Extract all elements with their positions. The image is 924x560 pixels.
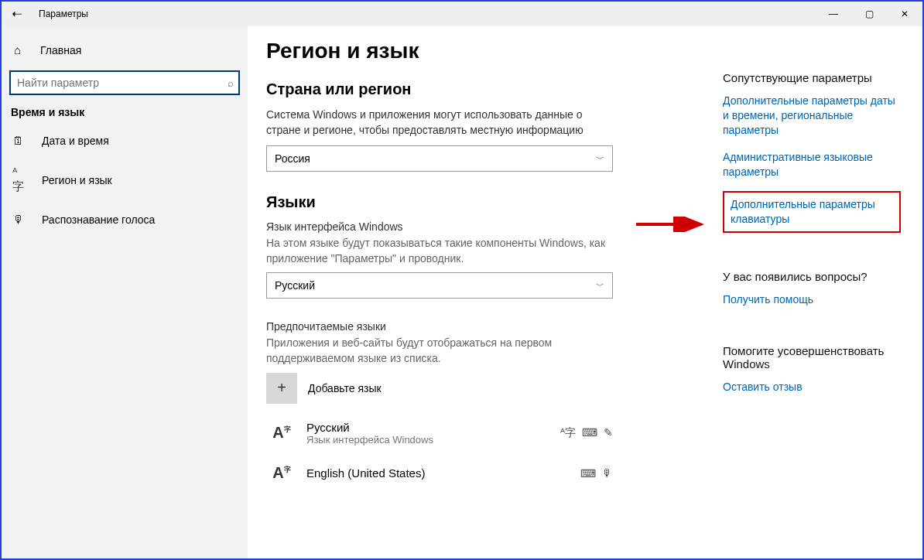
language-glyph-icon: A字 <box>266 418 297 449</box>
close-button[interactable]: ✕ <box>887 2 922 26</box>
chevron-down-icon: ﹀ <box>596 153 604 165</box>
language-feature-icons: ⌨ 🎙 <box>580 467 613 480</box>
language-item-russian[interactable]: A字 Русский Язык интерфейса Windows ᴬ字 ⌨ … <box>266 418 613 449</box>
back-button[interactable]: 🠐 <box>2 2 33 26</box>
add-language-button[interactable]: + <box>266 373 297 404</box>
add-language-label: Добавьте язык <box>308 382 382 394</box>
home-label: Главная <box>40 44 81 56</box>
country-dropdown[interactable]: Россия ﹀ <box>266 145 613 172</box>
handwriting-icon: ✎ <box>604 426 613 440</box>
keyboard-icon: ⌨ <box>582 426 597 440</box>
display-language-desc: На этом языке будут показываться такие к… <box>266 236 613 266</box>
language-name: English (United States) <box>306 466 580 480</box>
language-item-english-us[interactable]: A字 English (United States) ⌨ 🎙 <box>266 458 613 489</box>
region-heading: Страна или регион <box>266 80 700 98</box>
search-box[interactable]: ⌕ <box>9 70 240 95</box>
link-get-help[interactable]: Получить помощь <box>723 292 901 307</box>
preferred-languages-label: Предпочитаемые языки <box>266 320 700 333</box>
page-title: Регион и язык <box>266 39 700 63</box>
sidebar-item-region-language[interactable]: ᴬ字 Регион и язык <box>2 156 248 203</box>
improve-heading: Помогите усовершенствовать Windows <box>723 344 904 370</box>
sidebar-item-label: Распознавание голоса <box>42 213 155 226</box>
maximize-button[interactable]: ▢ <box>851 2 887 26</box>
window-title: Параметры <box>33 9 88 19</box>
keyboard-icon: ⌨ <box>580 467 596 480</box>
sidebar-item-label: Дата и время <box>42 135 109 147</box>
link-admin-language[interactable]: Административные языковые параметры <box>723 150 901 179</box>
language-glyph-icon: A字 <box>266 458 297 489</box>
calendar-icon: 🗓 <box>12 134 26 147</box>
sidebar-item-date-time[interactable]: 🗓 Дата и время <box>2 125 248 156</box>
display-language-value: Русский <box>275 279 315 292</box>
questions-heading: У вас появились вопросы? <box>723 270 904 283</box>
link-feedback[interactable]: Оставить отзыв <box>723 380 901 394</box>
language-subtitle: Язык интерфейса Windows <box>306 434 560 446</box>
display-language-icon: ᴬ字 <box>560 426 576 440</box>
link-keyboard-advanced[interactable]: Дополнительные параметры клавиатуры <box>723 191 901 233</box>
search-icon: ⌕ <box>228 77 234 89</box>
home-icon: ⌂ <box>14 43 26 56</box>
preferred-languages-desc: Приложения и веб-сайты будут отображатьс… <box>266 336 613 366</box>
sidebar: ⌂ Главная ⌕ Время и язык 🗓 Дата и время … <box>2 26 248 558</box>
language-icon: ᴬ字 <box>12 166 26 194</box>
country-value: Россия <box>275 152 310 165</box>
right-column: Сопутствующие параметры Дополнительные п… <box>700 39 904 558</box>
microphone-icon: 🎙 <box>12 213 26 226</box>
language-name: Русский <box>306 421 560 434</box>
display-language-dropdown[interactable]: Русский ﹀ <box>266 272 613 299</box>
home-nav[interactable]: ⌂ Главная <box>2 36 248 64</box>
related-settings-heading: Сопутствующие параметры <box>723 71 904 84</box>
window-controls: — ▢ ✕ <box>816 2 922 26</box>
link-datetime-regional[interactable]: Дополнительные параметры даты и времени,… <box>723 94 901 138</box>
region-description: Система Windows и приложения могут испол… <box>266 108 613 138</box>
titlebar: 🠐 Параметры — ▢ ✕ <box>2 2 922 26</box>
language-feature-icons: ᴬ字 ⌨ ✎ <box>560 426 613 440</box>
search-input[interactable] <box>17 77 228 89</box>
chevron-down-icon: ﹀ <box>596 280 604 292</box>
display-language-label: Язык интерфейса Windows <box>266 220 700 233</box>
section-heading: Время и язык <box>2 106 248 125</box>
minimize-button[interactable]: — <box>816 2 851 26</box>
add-language-row[interactable]: + Добавьте язык <box>266 373 700 404</box>
speech-icon: 🎙 <box>602 467 613 480</box>
main-column: Регион и язык Страна или регион Система … <box>266 39 700 558</box>
sidebar-item-label: Регион и язык <box>42 174 112 186</box>
languages-heading: Языки <box>266 193 700 211</box>
sidebar-item-speech[interactable]: 🎙 Распознавание голоса <box>2 203 248 235</box>
